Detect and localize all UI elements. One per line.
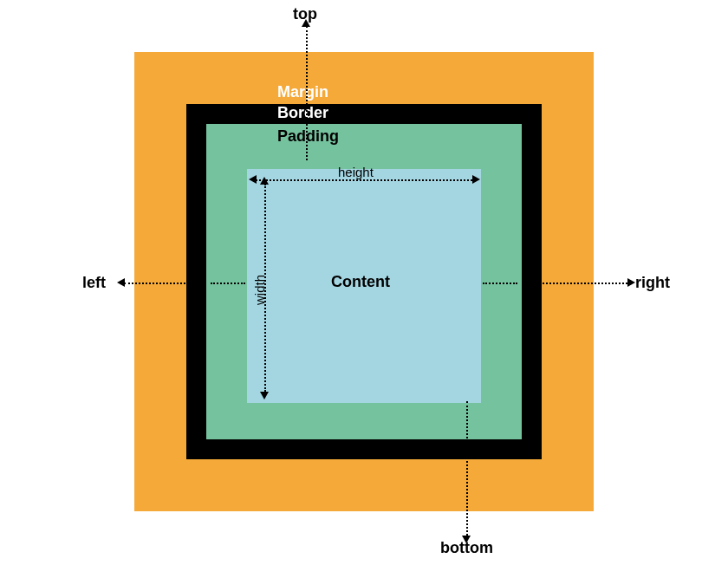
top-pointer-line [306,26,308,160]
right-pointer-arrow [627,278,635,287]
padding-label: Padding [277,127,339,146]
width-arrow-down [260,392,269,399]
height-arrow-left [249,175,257,184]
right-pointer-outer [522,282,627,284]
left-pointer-arrow [117,278,125,287]
border-label: Border [277,104,328,122]
height-dim-label: height [338,165,374,179]
bottom-pointer-arrow [462,536,471,543]
left-pointer-inner [211,282,245,284]
content-label: Content [331,273,390,291]
left-pointer-outer [124,282,206,284]
right-pointer-inner [483,282,517,284]
left-label: left [82,274,106,292]
height-dim-line [256,179,472,181]
bottom-pointer-line [466,401,468,536]
width-dim-label: width [252,275,267,305]
margin-label: Margin [277,83,328,101]
width-arrow-up [260,177,269,185]
height-arrow-right [472,175,480,184]
right-label: right [635,274,670,292]
top-pointer-arrow [302,19,310,27]
